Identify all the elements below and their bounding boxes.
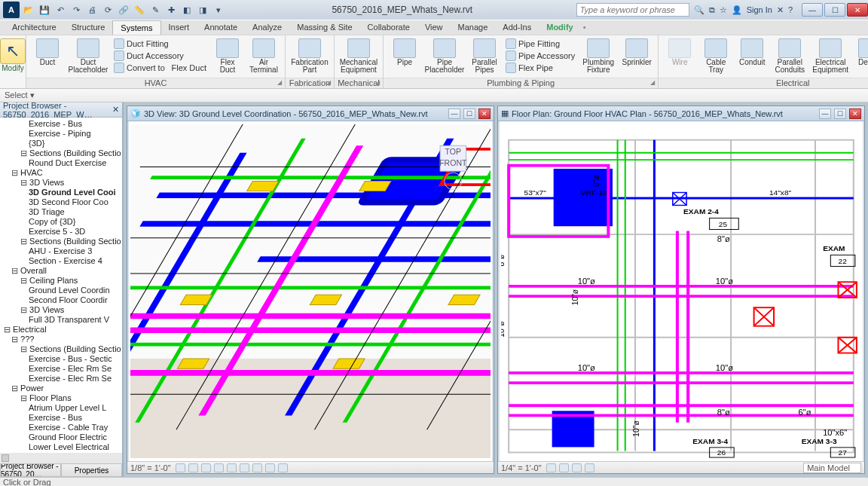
exchange-icon[interactable]: ✕ — [777, 5, 784, 15]
tree-node[interactable]: Exercise 5 - 3D — [0, 227, 122, 237]
cable-tray-button[interactable]: Cable Tray — [698, 37, 734, 74]
tab-project-browser[interactable]: Project Browser - 56750_20… — [0, 463, 61, 477]
electrical-equipment-button[interactable]: Electrical Equipment — [809, 37, 851, 74]
sign-in-button[interactable]: Sign In — [747, 5, 772, 14]
tree-node[interactable]: Exercise - Piping — [0, 129, 122, 139]
qat-measure-icon[interactable]: 📏 — [133, 3, 146, 17]
qat-redo-icon[interactable]: ↷ — [69, 3, 83, 17]
search-icon[interactable]: 🔍 — [694, 5, 704, 15]
qat-tool4-icon[interactable]: ◨ — [196, 3, 209, 17]
ribbon-expand-icon[interactable]: • — [581, 20, 588, 35]
tree-node[interactable]: Full 3D Transparent V — [0, 315, 122, 325]
tree-node[interactable]: ⊟ Ceiling Plans — [0, 276, 122, 286]
scrollbar-thumb[interactable] — [2, 454, 9, 462]
tree-node[interactable]: Exercise - Bus - Sectic — [0, 354, 122, 364]
tab-properties[interactable]: Properties — [61, 463, 122, 477]
vc-icon-4[interactable] — [214, 463, 224, 472]
viewport-3d-scale[interactable]: 1/8" = 1'-0" — [130, 463, 173, 472]
air-terminal-button[interactable]: Air Terminal — [246, 37, 282, 74]
project-browser-hscroll[interactable] — [0, 453, 122, 463]
close-button[interactable]: ✕ — [847, 3, 868, 17]
tab-analyze[interactable]: Analyze — [245, 20, 289, 35]
fp-icon-1[interactable] — [546, 463, 556, 472]
tree-node[interactable]: Copy of {3D} — [0, 217, 122, 227]
fp-icon-3[interactable] — [572, 463, 582, 472]
tab-manage[interactable]: Manage — [451, 20, 496, 35]
tree-node[interactable]: ⊟ Sections (Building Sectio — [0, 237, 122, 246]
tree-node[interactable]: ⊟ 3D Views — [0, 178, 122, 188]
comm-icon[interactable]: ⧉ — [709, 5, 715, 15]
tree-node[interactable]: Ground Level Coordin — [0, 286, 122, 295]
viewport-fp-min-button[interactable]: — — [819, 109, 831, 119]
viewport-3d-titlebar[interactable]: 🧊 3D View: 3D Ground Level Coordination … — [127, 106, 494, 121]
tree-node[interactable]: ⊟ HVAC — [0, 168, 122, 178]
minimize-button[interactable]: — — [802, 3, 823, 17]
tree-node[interactable]: ⊟ ??? — [0, 335, 122, 344]
qat-sync-icon[interactable]: ⟳ — [101, 3, 115, 17]
qat-link-icon[interactable]: 🔗 — [117, 3, 130, 17]
vc-icon-2[interactable] — [188, 463, 198, 472]
vc-icon-3[interactable] — [201, 463, 211, 472]
sprinkler-button[interactable]: Sprinkler — [619, 37, 655, 66]
convert-to-button[interactable]: Convert to Flex Duct — [114, 63, 206, 73]
qat-undo-icon[interactable]: ↶ — [53, 3, 67, 17]
tree-node[interactable]: Ground Floor Electric — [0, 433, 122, 442]
vc-icon-6[interactable] — [240, 463, 249, 472]
tree-node[interactable]: ⊟ Sections (Building Sectio — [0, 148, 122, 158]
device-button[interactable]: Device — [851, 37, 868, 66]
qat-open-icon[interactable]: 📂 — [22, 3, 35, 17]
viewport-3d-close-button[interactable]: ✕ — [478, 109, 491, 119]
tree-node[interactable]: AHU - Exercise 3 — [0, 246, 122, 256]
duct-fitting-button[interactable]: Duct Fitting — [114, 38, 206, 49]
tree-node[interactable]: ⊟ Electrical — [0, 325, 122, 335]
vc-icon-8[interactable] — [265, 463, 275, 472]
vc-icon-9[interactable] — [278, 463, 288, 472]
tree-node[interactable]: ⊟ Overall — [0, 266, 122, 276]
mechanical-equipment-button[interactable]: Mechanical Equipment — [338, 37, 380, 74]
viewport-3d-max-button[interactable]: ☐ — [463, 109, 475, 119]
tree-node[interactable]: 3D Ground Level Cooi — [0, 188, 122, 197]
qat-drop-icon[interactable]: ▾ — [212, 3, 225, 17]
parallel-pipes-button[interactable]: Parallel Pipes — [466, 37, 503, 74]
tree-node[interactable]: {3D} — [0, 139, 122, 148]
qat-print-icon[interactable]: 🖨 — [85, 3, 99, 17]
flex-duct-button[interactable]: Flex Duct — [209, 37, 246, 74]
viewport-fp-scale[interactable]: 1/4" = 1'-0" — [501, 463, 543, 472]
viewport-fp-titlebar[interactable]: ▦ Floor Plan: Ground Floor HVAC Plan - 5… — [498, 106, 864, 121]
project-browser-close-icon[interactable]: ✕ — [112, 105, 119, 115]
vc-icon-1[interactable] — [176, 463, 185, 472]
app-menu-button[interactable]: A — [3, 2, 20, 18]
fp-icon-4[interactable] — [585, 463, 594, 472]
tree-node[interactable]: ⊟ Power — [0, 384, 122, 393]
pipe-accessory-button[interactable]: Pipe Accessory — [506, 50, 575, 61]
viewport-fp-max-button[interactable]: ☐ — [834, 109, 846, 119]
select-bar[interactable]: Select ▾ — [0, 89, 868, 102]
tab-insert[interactable]: Insert — [161, 20, 197, 35]
help-search-input[interactable] — [576, 3, 689, 17]
tab-systems[interactable]: Systems — [112, 20, 160, 35]
tree-node[interactable]: ⊟ 3D Views — [0, 305, 122, 315]
viewport-fp-close-button[interactable]: ✕ — [849, 109, 861, 119]
tree-node[interactable]: ⊟ Sections (Building Sectio — [0, 344, 122, 354]
project-browser-tree[interactable]: Exercise - BusExercise - Piping{3D}⊟ Sec… — [0, 118, 122, 453]
tree-node[interactable]: Exercise - Elec Rm Se — [0, 374, 122, 384]
duct-accessory-button[interactable]: Duct Accessory — [114, 50, 206, 61]
qat-tool2-icon[interactable]: ✚ — [164, 3, 178, 17]
qat-save-icon[interactable]: 💾 — [38, 3, 51, 17]
tab-structure[interactable]: Structure — [64, 20, 113, 35]
help-icon[interactable]: ? — [788, 5, 793, 14]
tree-node[interactable]: Exercise - Cable Tray — [0, 423, 122, 433]
flex-pipe-button[interactable]: Flex Pipe — [506, 63, 575, 73]
modify-arrow-icon[interactable]: ↖ — [0, 38, 26, 64]
fabrication-part-button[interactable]: Fabrication Part — [289, 37, 331, 74]
viewport-fp-canvas[interactable]: 53"x7" 14"x8" VRF-10 — [498, 121, 864, 461]
qat-tool1-icon[interactable]: ✎ — [148, 3, 162, 17]
tab-addins[interactable]: Add-Ins — [495, 20, 539, 35]
qat-tool3-icon[interactable]: ◧ — [180, 3, 194, 17]
maximize-button[interactable]: ☐ — [824, 3, 845, 17]
tree-node[interactable]: Lower Level Electrical — [0, 442, 122, 452]
user-icon[interactable]: 👤 — [732, 5, 742, 15]
vc-icon-7[interactable] — [252, 463, 262, 472]
tree-node[interactable]: 3D Triage — [0, 207, 122, 217]
tab-collaborate[interactable]: Collaborate — [360, 20, 417, 35]
